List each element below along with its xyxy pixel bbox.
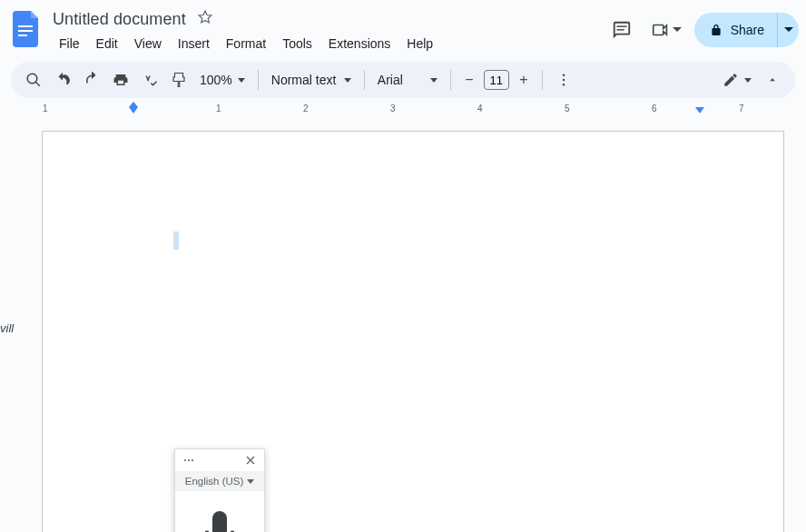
comments-icon[interactable] [605,14,638,46]
voice-panel-more-icon[interactable] [179,450,199,470]
share-button[interactable]: Share [694,13,777,47]
undo-button[interactable] [49,66,76,94]
redo-button[interactable] [78,66,105,94]
svg-point-6 [563,79,565,81]
menu-file[interactable]: File [53,33,86,54]
voice-typing-panel: English (US) [174,448,265,532]
svg-rect-4 [616,29,624,30]
svg-point-9 [188,459,190,461]
chevron-down-icon [430,78,437,83]
zoom-selector[interactable]: 100% [194,73,251,87]
separator [542,70,543,90]
paint-format-button[interactable] [165,66,192,94]
svg-rect-3 [616,25,626,26]
svg-rect-1 [18,30,33,32]
svg-rect-0 [18,25,33,27]
hide-menus-button[interactable] [759,66,786,94]
editing-mode-button[interactable] [717,72,757,88]
chevron-down-icon [344,78,351,83]
svg-point-5 [563,74,565,76]
separator [258,70,259,90]
ruler-tick: 1 [216,103,221,113]
decrease-font-size-button[interactable]: − [458,69,480,91]
horizontal-ruler[interactable]: 1 1 2 3 4 5 6 7 [11,102,795,118]
separator [450,70,451,90]
print-button[interactable] [107,66,134,94]
menu-help[interactable]: Help [400,33,439,54]
chevron-down-icon [238,78,245,83]
microphone-icon [198,509,241,532]
left-edge-text-peek: vill [0,321,14,335]
chevron-down-icon [744,78,752,83]
font-size-group: − + [458,69,535,91]
voice-language-value: English (US) [185,476,244,487]
header-bar: Untitled document File Edit View Insert … [0,0,806,56]
ruler-tick: 5 [565,103,570,113]
ruler-tick: 3 [390,103,396,113]
svg-point-10 [192,459,193,461]
star-icon[interactable] [197,9,213,29]
voice-mic-button[interactable] [175,491,264,532]
ruler-tick: 2 [303,103,309,113]
lock-icon [709,23,723,37]
menu-edit[interactable]: Edit [90,33,124,54]
more-formatting-button[interactable] [550,66,577,94]
font-family-selector[interactable]: Arial [372,73,443,87]
separator [364,70,365,90]
paragraph-style-value: Normal text [271,73,337,87]
svg-point-7 [563,84,565,85]
right-indent-marker[interactable] [695,107,704,113]
menu-format[interactable]: Format [220,33,272,54]
font-size-input[interactable] [484,70,509,90]
paragraph-style-selector[interactable]: Normal text [266,73,357,87]
document-area: vill English (US) [0,120,806,532]
ruler-tick: 1 [43,103,48,113]
svg-point-8 [184,459,186,461]
menubar: File Edit View Insert Format Tools Exten… [53,29,439,54]
pencil-icon [722,72,739,88]
docs-logo[interactable] [11,7,44,51]
document-title[interactable]: Untitled document [53,10,186,29]
zoom-value: 100% [200,73,232,87]
left-indent-marker[interactable] [129,107,138,113]
share-button-group: Share [694,13,799,47]
title-area: Untitled document File Edit View Insert … [53,7,439,54]
increase-font-size-button[interactable]: + [513,69,535,91]
voice-language-selector[interactable]: English (US) [175,471,264,491]
text-cursor [173,232,179,250]
ruler-tick: 4 [477,103,483,113]
menu-extensions[interactable]: Extensions [322,33,397,54]
font-family-value: Arial [378,73,403,87]
share-dropdown[interactable] [777,13,799,47]
ruler-tick: 6 [652,103,657,113]
menu-view[interactable]: View [128,33,168,54]
chevron-down-icon [247,479,254,484]
menu-insert[interactable]: Insert [172,33,216,54]
document-page[interactable] [42,131,784,532]
search-menus-button[interactable] [20,66,47,94]
svg-rect-2 [18,34,27,36]
spellcheck-button[interactable] [136,66,163,94]
ruler-tick: 7 [739,103,744,113]
menu-tools[interactable]: Tools [276,33,319,54]
meet-button[interactable] [651,20,682,40]
toolbar: 100% Normal text Arial − + [11,62,795,98]
voice-panel-close-icon[interactable] [241,450,260,470]
share-label: Share [731,23,764,37]
